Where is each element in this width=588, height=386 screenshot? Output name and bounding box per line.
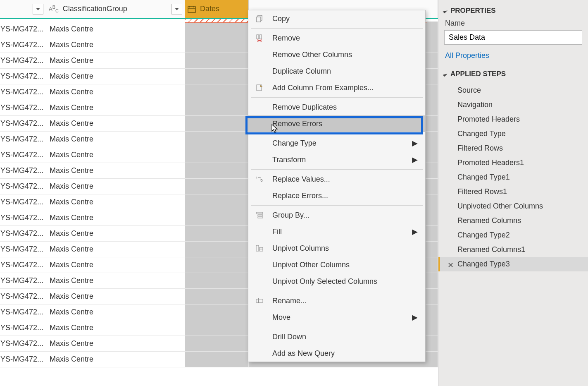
menu-unpivot-only-selected[interactable]: Unpivot Only Selected Columns: [248, 273, 425, 290]
cell-id[interactable]: YS-MG472...: [0, 320, 46, 336]
cell-dates[interactable]: [185, 273, 249, 288]
applied-step-item[interactable]: Filtered Rows1: [438, 185, 588, 199]
cell-classification-group[interactable]: Maxis Centre: [46, 289, 185, 304]
cell-classification-group[interactable]: Maxis Centre: [46, 242, 185, 257]
cell-classification-group[interactable]: Maxis Centre: [46, 163, 185, 178]
cell-id[interactable]: YS-MG472...: [0, 22, 46, 37]
applied-step-item[interactable]: Promoted Headers: [438, 112, 588, 127]
applied-step-item[interactable]: Promoted Headers1: [438, 156, 588, 170]
cell-classification-group[interactable]: Maxis Centre: [46, 352, 185, 367]
menu-transform[interactable]: Transform ▶: [248, 151, 425, 168]
cell-classification-group[interactable]: Maxis Centre: [46, 179, 185, 194]
menu-remove[interactable]: Remove: [248, 30, 425, 46]
cell-classification-group[interactable]: Maxis Centre: [46, 132, 185, 147]
menu-duplicate-column[interactable]: Duplicate Column: [248, 63, 425, 79]
cell-classification-group[interactable]: Maxis Centre: [46, 53, 185, 68]
cell-id[interactable]: YS-MG472...: [0, 210, 46, 225]
cell-classification-group[interactable]: Maxis Centre: [46, 147, 185, 163]
cell-dates[interactable]: [185, 336, 249, 351]
applied-step-item[interactable]: Changed Type2: [438, 228, 588, 242]
cell-id[interactable]: YS-MG472...: [0, 116, 46, 131]
applied-step-item[interactable]: Navigation: [438, 98, 588, 112]
cell-classification-group[interactable]: Maxis Centre: [46, 226, 185, 241]
filter-dropdown-icon[interactable]: [33, 4, 43, 14]
cell-dates[interactable]: [185, 163, 249, 178]
applied-step-item[interactable]: Renamed Columns: [438, 213, 588, 228]
cell-id[interactable]: YS-MG472...: [0, 273, 46, 288]
filter-dropdown-icon[interactable]: [171, 4, 182, 14]
cell-dates[interactable]: [185, 116, 249, 131]
column-header-dates[interactable]: Dates: [185, 0, 249, 18]
cell-classification-group[interactable]: Maxis Centre: [46, 116, 185, 131]
cell-id[interactable]: YS-MG472...: [0, 226, 46, 241]
column-header-classification-group[interactable]: ABC ClassificationGroup: [46, 0, 185, 18]
cell-id[interactable]: YS-MG472...: [0, 147, 46, 163]
cell-classification-group[interactable]: Maxis Centre: [46, 257, 185, 273]
menu-fill[interactable]: Fill ▶: [248, 223, 425, 240]
properties-header[interactable]: PROPERTIES: [438, 3, 588, 18]
cell-dates[interactable]: [185, 210, 249, 225]
cell-dates[interactable]: [185, 179, 249, 194]
cell-classification-group[interactable]: Maxis Centre: [46, 84, 185, 100]
cell-classification-group[interactable]: Maxis Centre: [46, 22, 185, 37]
column-header-prev[interactable]: [0, 0, 46, 18]
cell-id[interactable]: YS-MG472...: [0, 37, 46, 53]
menu-unpivot-other-columns[interactable]: Unpivot Other Columns: [248, 257, 425, 273]
cell-dates[interactable]: [185, 53, 249, 68]
menu-add-as-new-query[interactable]: Add as New Query: [248, 345, 425, 362]
cell-classification-group[interactable]: Maxis Centre: [46, 320, 185, 336]
cell-dates[interactable]: [185, 352, 249, 367]
menu-group-by[interactable]: Group By...: [248, 207, 425, 223]
cell-id[interactable]: YS-MG472...: [0, 242, 46, 257]
applied-step-item[interactable]: Source: [438, 83, 588, 98]
applied-step-item[interactable]: ✕Changed Type3: [438, 257, 588, 271]
applied-step-item[interactable]: Changed Type: [438, 127, 588, 141]
cell-dates[interactable]: [185, 226, 249, 241]
applied-steps-header[interactable]: APPLIED STEPS: [438, 67, 588, 82]
cell-id[interactable]: YS-MG472...: [0, 132, 46, 147]
cell-id[interactable]: YS-MG472...: [0, 84, 46, 100]
cell-dates[interactable]: [185, 22, 249, 37]
cell-dates[interactable]: [185, 100, 249, 115]
cell-classification-group[interactable]: Maxis Centre: [46, 336, 185, 351]
menu-move[interactable]: Move ▶: [248, 309, 425, 326]
cell-id[interactable]: YS-MG472...: [0, 179, 46, 194]
cell-id[interactable]: YS-MG472...: [0, 289, 46, 304]
cell-classification-group[interactable]: Maxis Centre: [46, 273, 185, 288]
cell-classification-group[interactable]: Maxis Centre: [46, 304, 185, 320]
menu-replace-errors[interactable]: Replace Errors...: [248, 187, 425, 204]
cell-dates[interactable]: [185, 84, 249, 100]
cell-id[interactable]: YS-MG472...: [0, 53, 46, 68]
cell-classification-group[interactable]: Maxis Centre: [46, 100, 185, 115]
cell-classification-group[interactable]: Maxis Centre: [46, 37, 185, 53]
cell-dates[interactable]: [185, 289, 249, 304]
menu-unpivot-columns[interactable]: Unpivot Columns: [248, 240, 425, 257]
cell-dates[interactable]: [185, 69, 249, 84]
cell-dates[interactable]: [185, 257, 249, 273]
applied-step-item[interactable]: Unpivoted Other Columns: [438, 199, 588, 213]
cell-id[interactable]: YS-MG472...: [0, 336, 46, 351]
delete-step-icon[interactable]: ✕: [448, 261, 454, 270]
cell-dates[interactable]: [185, 304, 249, 320]
cell-dates[interactable]: [185, 242, 249, 257]
cell-id[interactable]: YS-MG472...: [0, 352, 46, 367]
cell-classification-group[interactable]: Maxis Centre: [46, 210, 185, 225]
query-name-input[interactable]: [444, 30, 582, 45]
cell-id[interactable]: YS-MG472...: [0, 304, 46, 320]
cell-dates[interactable]: [185, 37, 249, 53]
applied-step-item[interactable]: Renamed Columns1: [438, 242, 588, 257]
cell-dates[interactable]: [185, 132, 249, 147]
cell-dates[interactable]: [185, 147, 249, 163]
cell-id[interactable]: YS-MG472...: [0, 100, 46, 115]
all-properties-link[interactable]: All Properties: [438, 50, 588, 67]
menu-replace-values[interactable]: 12 Replace Values...: [248, 171, 425, 187]
applied-step-item[interactable]: Changed Type1: [438, 170, 588, 185]
cell-dates[interactable]: [185, 320, 249, 336]
menu-drill-down[interactable]: Drill Down: [248, 328, 425, 345]
cell-classification-group[interactable]: Maxis Centre: [46, 194, 185, 210]
menu-remove-duplicates[interactable]: Remove Duplicates: [248, 99, 425, 115]
cell-classification-group[interactable]: Maxis Centre: [46, 69, 185, 84]
applied-step-item[interactable]: Filtered Rows: [438, 141, 588, 156]
cell-id[interactable]: YS-MG472...: [0, 163, 46, 178]
menu-change-type[interactable]: Change Type ▶: [248, 135, 425, 151]
